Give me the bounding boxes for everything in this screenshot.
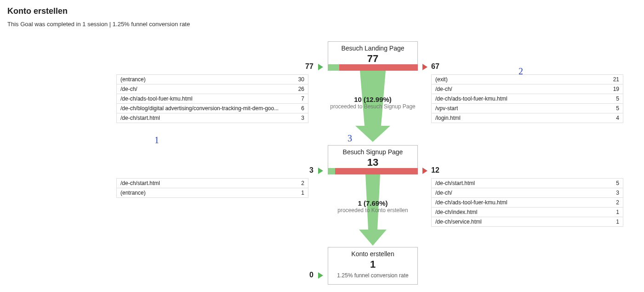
chevron-right-red-icon	[422, 64, 427, 70]
table-row[interactable]: /login.html4	[432, 113, 623, 123]
table-row[interactable]: /de-ch/3	[432, 188, 623, 198]
flow-main: 1 (7.69%)	[328, 199, 418, 207]
funnel-step-1[interactable]: Besuch Landing Page 77	[328, 41, 418, 66]
step-2-out-count: 12	[431, 166, 439, 174]
page-subtitle: This Goal was completed in 1 session | 1…	[7, 21, 637, 28]
table-row[interactable]: (entrance)30	[117, 75, 308, 84]
table-row[interactable]: /de-ch/26	[117, 84, 308, 94]
table-row[interactable]: /de-ch/ads-tool-fuer-kmu.html5	[432, 94, 623, 104]
funnel-step-2[interactable]: Besuch Signup Page 13	[328, 145, 418, 170]
table-row[interactable]: /de-ch/start.html3	[117, 113, 308, 123]
step-1-out-count: 67	[431, 62, 439, 71]
step-2-bar	[328, 168, 418, 174]
flow-main: 10 (12.99%)	[328, 95, 418, 103]
step-count: 77	[330, 53, 416, 65]
table-row[interactable]: (exit)21	[432, 75, 623, 84]
chevron-right-green-icon	[318, 272, 323, 279]
flow-sub: proceeded to Besuch Signup Page	[328, 103, 418, 110]
bar-green	[328, 64, 339, 71]
step-footer: 1.25% funnel conversion rate	[330, 272, 416, 279]
step-name: Konto erstellen	[330, 250, 416, 258]
step-1-in-table[interactable]: (entrance)30 /de-ch/26 /de-ch/ads-tool-f…	[116, 74, 308, 123]
step-2-out-table[interactable]: /de-ch/start.html5 /de-ch/3 /de-ch/ads-t…	[431, 178, 623, 227]
step-3-in-count: 0	[309, 271, 313, 279]
bar-green	[328, 168, 335, 174]
step-1-out-table[interactable]: (exit)21 /de-ch/19 /de-ch/ads-tool-fuer-…	[431, 74, 623, 123]
table-row[interactable]: /de-ch/service.html1	[432, 217, 623, 227]
bar-red	[335, 168, 418, 174]
step-name: Besuch Signup Page	[330, 148, 416, 156]
funnel-step-3[interactable]: Konto erstellen 1 1.25% funnel conversio…	[328, 247, 418, 285]
table-row[interactable]: /de-ch/start.html2	[117, 179, 308, 188]
step-count: 1	[330, 258, 416, 270]
step-2-in-count: 3	[309, 166, 313, 174]
step-count: 13	[330, 157, 416, 168]
step-1-bar	[328, 64, 418, 71]
table-row[interactable]: /vpv-start5	[432, 104, 623, 113]
table-row[interactable]: /de-ch/index.html1	[432, 208, 623, 217]
step-2-in-table[interactable]: /de-ch/start.html2 (entrance)1	[116, 178, 308, 198]
step-2-flow-label: 1 (7.69%) proceeded to Konto erstellen	[328, 199, 418, 213]
flow-sub: proceeded to Konto erstellen	[328, 207, 418, 213]
step-1-flow-label: 10 (12.99%) proceeded to Besuch Signup P…	[328, 95, 418, 110]
table-row[interactable]: /de-ch/19	[432, 84, 623, 94]
table-row[interactable]: /de-ch/blog/digital advertising/conversi…	[117, 104, 308, 113]
table-row[interactable]: /de-ch/start.html5	[432, 179, 623, 188]
funnel-canvas: Besuch Landing Page 77 77 67 10 (12.99%)…	[7, 37, 633, 292]
table-row[interactable]: /de-ch/ads-tool-fuer-kmu.html7	[117, 94, 308, 104]
chevron-right-red-icon	[422, 168, 427, 174]
step-name: Besuch Landing Page	[330, 45, 416, 52]
annotation-2: 2	[519, 66, 523, 77]
chevron-right-green-icon	[318, 168, 323, 174]
table-row[interactable]: /de-ch/ads-tool-fuer-kmu.html2	[432, 198, 623, 208]
page-title: Konto erstellen	[7, 6, 637, 16]
step-1-in-count: 77	[305, 62, 313, 71]
annotation-1: 1	[154, 135, 159, 146]
bar-red	[339, 64, 418, 71]
table-row[interactable]: (entrance)1	[117, 188, 308, 198]
annotation-3: 3	[348, 133, 352, 144]
chevron-right-green-icon	[318, 64, 323, 70]
